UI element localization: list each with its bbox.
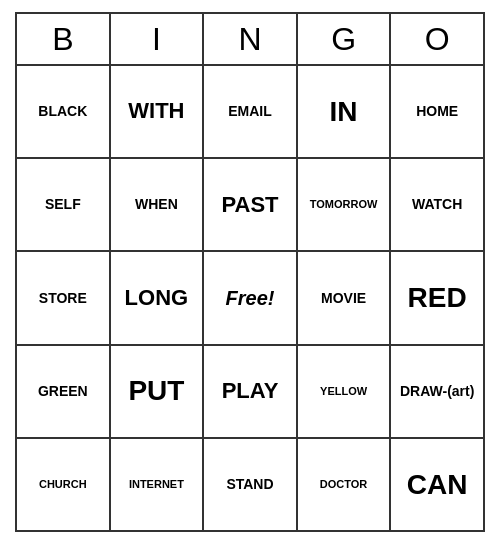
bingo-cell-2-4: RED (391, 252, 483, 343)
bingo-row-2: STORELONGFree!MOVIERED (17, 252, 483, 345)
bingo-cell-4-0: CHURCH (17, 439, 111, 530)
bingo-cell-2-1: LONG (111, 252, 205, 343)
bingo-cell-2-3: MOVIE (298, 252, 392, 343)
header-letter-i: I (111, 14, 205, 64)
bingo-cell-3-4: DRAW-(art) (391, 346, 483, 437)
bingo-cell-1-1: WHEN (111, 159, 205, 250)
bingo-cell-3-0: GREEN (17, 346, 111, 437)
bingo-cell-4-2: STAND (204, 439, 298, 530)
bingo-cell-1-2: PAST (204, 159, 298, 250)
bingo-grid: BLACKWITHEMAILINHOMESELFWHENPASTTOMORROW… (17, 66, 483, 530)
bingo-cell-4-4: CAN (391, 439, 483, 530)
bingo-cell-0-1: WITH (111, 66, 205, 157)
bingo-row-0: BLACKWITHEMAILINHOME (17, 66, 483, 159)
bingo-cell-0-4: HOME (391, 66, 483, 157)
header-letter-n: N (204, 14, 298, 64)
bingo-cell-1-3: TOMORROW (298, 159, 392, 250)
header-letter-g: G (298, 14, 392, 64)
bingo-cell-0-0: BLACK (17, 66, 111, 157)
bingo-cell-1-4: WATCH (391, 159, 483, 250)
bingo-card: BINGO BLACKWITHEMAILINHOMESELFWHENPASTTO… (15, 12, 485, 532)
bingo-cell-3-3: YELLOW (298, 346, 392, 437)
bingo-row-4: CHURCHINTERNETSTANDDOCTORCAN (17, 439, 483, 530)
bingo-cell-0-3: IN (298, 66, 392, 157)
bingo-cell-2-2: Free! (204, 252, 298, 343)
bingo-cell-1-0: SELF (17, 159, 111, 250)
header-letter-o: O (391, 14, 483, 64)
bingo-cell-3-1: PUT (111, 346, 205, 437)
bingo-cell-2-0: STORE (17, 252, 111, 343)
bingo-cell-4-3: DOCTOR (298, 439, 392, 530)
bingo-header: BINGO (17, 14, 483, 66)
header-letter-b: B (17, 14, 111, 64)
bingo-row-3: GREENPUTPLAYYELLOWDRAW-(art) (17, 346, 483, 439)
bingo-cell-4-1: INTERNET (111, 439, 205, 530)
bingo-row-1: SELFWHENPASTTOMORROWWATCH (17, 159, 483, 252)
bingo-cell-0-2: EMAIL (204, 66, 298, 157)
bingo-cell-3-2: PLAY (204, 346, 298, 437)
